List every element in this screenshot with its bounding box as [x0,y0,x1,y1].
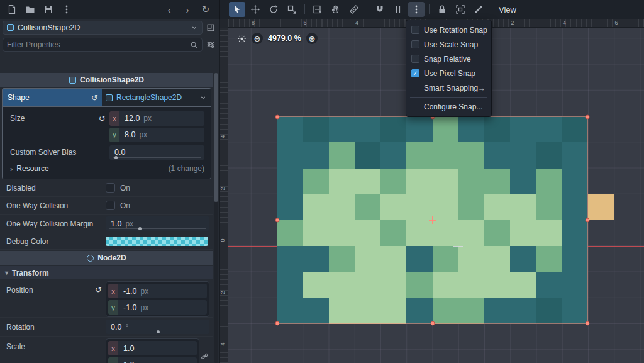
menu-item-snap-relative[interactable]: Snap Relative [406,52,491,66]
extra-pixel-block[interactable] [588,194,614,220]
view-menu-button[interactable]: View [494,3,521,16]
revert-icon[interactable]: ↺ [99,114,106,123]
lock-selected-button[interactable] [434,2,450,17]
rotation-field[interactable]: 0.0 ° [106,320,209,334]
one-way-collision-checkbox[interactable] [106,201,115,210]
revert-icon[interactable]: ↺ [91,93,98,103]
scrollbar-thumb[interactable] [214,73,218,202]
sprite-pixel [277,298,303,324]
filter-properties-input[interactable] [7,40,190,49]
inspector-scrollbar[interactable] [214,73,218,363]
position-x-field[interactable]: x -1.0 px [108,284,207,298]
filter-properties-box[interactable] [3,38,203,52]
scale-x-value: 1.0 [123,344,134,353]
grid-snap-button[interactable] [390,2,406,17]
disabled-checkbox[interactable] [106,183,115,193]
selection-handle-bottom[interactable] [430,321,435,326]
menu-item-use-rotation-snap[interactable]: Use Rotation Snap [406,23,491,37]
one-way-margin-field[interactable]: 1.0 px [106,216,209,231]
new-resource-button[interactable] [4,2,20,17]
ruler-label: 6 [615,20,618,26]
ruler-mode-button[interactable] [346,2,362,17]
sprite-pixel [303,116,328,142]
lock-icon [437,4,447,14]
ruler-label: 4 [220,342,226,345]
selection-handle-bottom-right[interactable] [586,321,590,326]
sprite-pixel [380,142,406,168]
sprite-pixel [536,298,562,324]
menu-item-use-pixel-snap[interactable]: ✓Use Pixel Snap [406,66,491,81]
selection-handle-bottom-left[interactable] [275,321,280,326]
custom-solver-bias-slider[interactable] [113,156,201,159]
revert-icon[interactable]: ↺ [95,285,102,294]
selection-handle-top-left[interactable] [275,115,280,120]
transform-section-header[interactable]: ▾ Transform [0,266,213,279]
position-y-field[interactable]: y -1.0 px [108,300,207,315]
rotate-mode-button[interactable] [265,2,282,17]
sprite-pixel [458,142,484,168]
scale-link-toggle[interactable] [199,352,209,360]
resource-row[interactable]: › Resource (1 change) [5,162,208,176]
back-icon: ‹ [168,4,171,15]
inspector-extra-options-button[interactable] [58,2,75,17]
zoom-controls: ⊖ 4979.0 % ⊕ [237,33,318,44]
shape-property-row[interactable]: Shape ↺ RectangleShape2D [3,89,211,106]
zoom-out-button[interactable]: ⊖ [252,33,263,44]
size-y-field[interactable]: y 8.0 px [109,128,204,142]
history-forward-button[interactable]: › [179,2,196,17]
size-x-field[interactable]: x 12.0 px [109,111,204,126]
list-select-button[interactable] [309,2,326,17]
rotation-slider[interactable] [109,330,206,333]
menu-item-configure-snap[interactable]: Configure Snap... [406,99,491,114]
select-cursor-icon [232,4,242,14]
sprite-pixel [277,194,303,220]
save-resource-button[interactable] [40,2,57,17]
ruler-label: 2 [220,187,226,190]
object-history-button[interactable]: ↻ [197,2,214,17]
sprite-pixel [406,194,432,220]
debug-color-swatch[interactable] [106,237,208,246]
node-selector-dropdown[interactable]: CollisionShape2D [3,21,203,35]
menu-item-smart-snapping[interactable]: Smart Snapping→ [406,81,491,95]
three-dots-vertical-icon [411,4,421,14]
sprite-pixel [406,169,432,194]
select-mode-button[interactable] [229,2,245,17]
scale-y-field[interactable]: y 1.0 [108,357,197,363]
sprite-pixel [277,169,303,194]
shape-value-dropdown[interactable]: RectangleShape2D [102,89,211,106]
menu-item-label: Use Rotation Snap [424,26,487,35]
axis-y-badge: y [108,300,118,315]
center-view-icon[interactable] [237,34,247,43]
transform-label: Transform [12,269,49,277]
menu-item-use-scale-snap[interactable]: Use Scale Snap [406,37,491,52]
scale-mode-button[interactable] [284,2,300,17]
move-mode-button[interactable] [247,2,264,17]
unit-px: px [141,303,149,312]
snapping-options-button[interactable] [408,2,425,17]
one-way-margin-slider[interactable] [109,227,206,230]
smart-snap-button[interactable] [372,2,388,17]
skeleton-options-button[interactable] [470,2,487,17]
sprite-pixel [433,246,458,272]
sprite-pixel [277,272,303,298]
sprite-pixel [329,246,355,272]
zoom-in-button[interactable]: ⊕ [306,33,318,44]
size-row-y: y 8.0 px [5,126,208,143]
custom-solver-bias-field[interactable]: 0.0 [109,145,204,160]
selection-handle-left[interactable] [275,218,280,223]
ruler-label: 4 [563,20,566,26]
pan-mode-button[interactable] [328,2,344,17]
zoom-percentage[interactable]: 4979.0 % [268,34,301,43]
selection-handle-right[interactable] [586,218,590,223]
group-selected-button[interactable] [452,2,469,17]
scale-x-field[interactable]: x 1.0 [108,341,197,355]
sprite-pixel [303,169,328,194]
canvas-toolbar: View [220,0,644,19]
history-back-button[interactable]: ‹ [161,2,177,17]
selection-handle-top-right[interactable] [586,115,590,120]
unit-px: px [139,130,147,139]
load-resource-button[interactable] [22,2,38,17]
filter-options-button[interactable] [205,39,216,50]
sprite-pixel [355,272,380,298]
dock-options-button[interactable] [205,22,216,33]
